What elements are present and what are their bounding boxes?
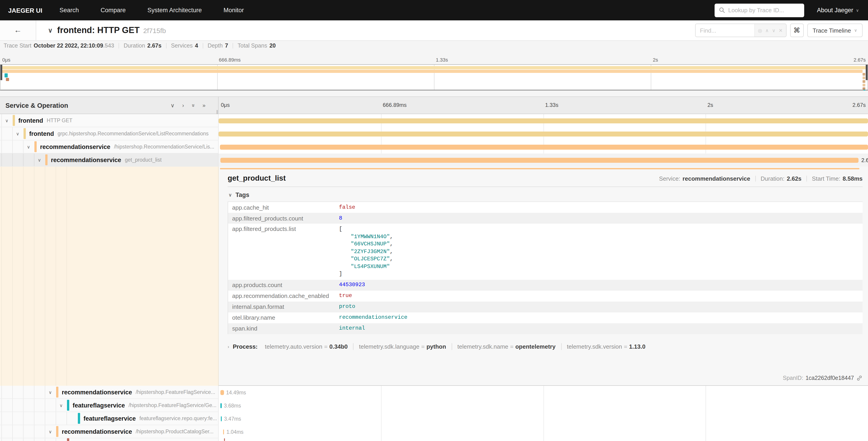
tick-label: 2s <box>708 102 713 108</box>
trace-id-lookup-input[interactable] <box>728 7 800 13</box>
nav-item-system-architecture[interactable]: System Architecture <box>137 7 213 13</box>
span-row: ∨recommendationservice/hipstershop.Produ… <box>0 425 868 438</box>
span-duration-bar[interactable] <box>219 118 868 123</box>
expand-one-icon[interactable]: › <box>182 102 184 109</box>
span-name-cell[interactable]: ∨recommendationservice/hipstershop.Recom… <box>0 140 219 153</box>
tag-row[interactable]: app.products.count44530923 <box>228 280 863 290</box>
span-duration-bar[interactable] <box>221 403 222 408</box>
span-duration-bar[interactable] <box>220 390 224 395</box>
indent-guides <box>0 114 2 127</box>
column-resizer-handle[interactable]: ∥ <box>216 110 218 114</box>
about-jaeger-menu[interactable]: About Jaeger ∨ <box>817 7 863 13</box>
span-id-row: SpanID: 1ca2262df0e18447 <box>228 375 863 381</box>
service-name: recommendationservice <box>62 389 132 395</box>
span-duration-bar[interactable] <box>220 144 868 149</box>
span-chevron-icon[interactable]: ∨ <box>3 118 10 123</box>
back-button[interactable]: ← <box>0 20 36 40</box>
span-duration-label: 3.68ms <box>224 403 241 408</box>
collapse-one-icon[interactable]: ∨ <box>170 102 175 109</box>
trace-id-short: 2f715fb <box>143 27 166 34</box>
service-label: Service: <box>659 175 680 182</box>
chevron-down-icon: ∨ <box>228 193 232 198</box>
collapse-trace-chevron-icon[interactable]: ∨ <box>48 27 53 34</box>
tag-row[interactable]: otel.library.namerecommendationservice <box>228 312 863 323</box>
span-timeline-cell[interactable]: 3.68ms <box>219 399 868 412</box>
span-timeline-cell[interactable]: 14.49ms <box>219 386 868 399</box>
prev-result-icon[interactable]: ∧ <box>765 28 769 33</box>
span-name-cell[interactable]: featureflagservicefeatureflagservice.rep… <box>0 412 219 425</box>
nav-item-compare[interactable]: Compare <box>90 7 137 13</box>
nav-item-search[interactable]: Search <box>49 7 90 13</box>
nav-item-monitor[interactable]: Monitor <box>213 7 255 13</box>
span-chevron-icon[interactable]: ∨ <box>58 403 65 408</box>
span-name-cell[interactable]: ∨recommendationservice/hipstershop.Featu… <box>0 386 219 399</box>
timeline-minimap: 0μs666.89ms1.33s2s2.67s <box>0 51 868 96</box>
span-chevron-icon[interactable]: ∨ <box>25 144 32 149</box>
tag-row[interactable]: app.filtered_products.count8 <box>228 213 863 224</box>
process-tag-value: opentelemetry <box>515 343 556 350</box>
span-row: ∨recommendationservice/hipstershop.Featu… <box>0 386 868 399</box>
span-timeline-cell[interactable] <box>219 140 868 153</box>
app-logo[interactable]: JAEGER UI <box>5 6 49 14</box>
span-timeline-cell[interactable] <box>219 438 868 441</box>
span-chevron-icon[interactable]: ∨ <box>46 429 54 434</box>
tags-section-toggle[interactable]: ∨ Tags <box>228 192 863 198</box>
equals-sign: = <box>324 343 328 350</box>
span-name-cell[interactable]: ∨recommendationservice/hipstershop.Produ… <box>0 425 219 438</box>
clear-find-icon[interactable]: ✕ <box>779 28 783 33</box>
summary-item-value: 7 <box>225 42 228 49</box>
summary-item-value: 20 <box>270 42 276 49</box>
minimap-canvas[interactable] <box>0 64 868 91</box>
operation-name: grpc.hipstershop.RecommendationService/L… <box>58 131 209 136</box>
trace-view-selector[interactable]: Trace Timeline ∨ <box>807 24 863 37</box>
chevron-down-icon: ∨ <box>854 28 857 33</box>
process-row[interactable]: › Process: telemetry.auto.version=0.34b0… <box>228 343 863 350</box>
span-duration-bar[interactable] <box>224 438 225 441</box>
tag-list-string: "OLJCESPC7Z" <box>351 256 390 262</box>
summary-item-label: Services <box>171 42 193 49</box>
minimap-span-bar <box>2 70 862 73</box>
span-timeline-cell[interactable]: 1.04ms <box>219 425 868 438</box>
find-input[interactable] <box>695 24 754 37</box>
tag-list-string: "1YMWWN1N4O" <box>351 233 390 240</box>
span-name-cell[interactable]: ∨frontendgrpc.hipstershop.Recommendation… <box>0 127 219 140</box>
span-timeline-cell[interactable] <box>219 114 868 127</box>
span-duration-bar[interactable] <box>223 429 224 434</box>
trace-id-lookup <box>715 3 804 17</box>
span-name-cell[interactable]: ∨frontendHTTP GET <box>0 114 219 127</box>
keyboard-shortcuts-button[interactable]: ⌘ <box>790 24 804 37</box>
next-result-icon[interactable]: ∨ <box>772 28 775 33</box>
expand-all-icon[interactable]: » <box>203 102 206 109</box>
span-timeline-cell[interactable] <box>219 127 868 140</box>
summary-item: Services4 <box>171 42 198 49</box>
tag-row[interactable]: app.filtered_products.list["1YMWWN1N4O",… <box>228 224 863 280</box>
minimap-right-scrubber[interactable] <box>866 65 868 80</box>
operation-name: /hipstershop.ProductCatalogSer... <box>136 429 214 434</box>
span-rows-top: ∨frontendHTTP GET∨frontendgrpc.hipstersh… <box>0 114 868 167</box>
span-duration-bar[interactable] <box>221 416 222 421</box>
locate-icon[interactable]: ◎ <box>758 28 762 33</box>
span-name-cell[interactable]: ∨featureflagservice/hipstershop.FeatureF… <box>0 399 219 412</box>
span-row: ∨featureflagservice/hipstershop.FeatureF… <box>0 399 868 412</box>
service-name: frontend <box>18 117 43 124</box>
tag-row[interactable]: internal.span.formatproto <box>228 301 863 312</box>
span-duration-bar[interactable] <box>220 157 859 163</box>
span-timeline-cell[interactable]: 2.62s <box>219 153 868 167</box>
tag-row[interactable]: app.cache_hitfalse <box>228 202 863 213</box>
process-tag-value: python <box>427 343 446 350</box>
comma: , <box>390 241 393 247</box>
divider <box>119 43 119 49</box>
span-name-cell[interactable]: ∨recommendationserviceget_product_list <box>0 153 219 167</box>
collapse-all-icon[interactable]: » <box>190 104 196 107</box>
service-operation-header: Service & Operation ∨ › » » ∥ <box>0 97 219 114</box>
deep-link-icon[interactable] <box>856 375 863 381</box>
tag-row[interactable]: span.kindinternal <box>228 323 863 334</box>
span-duration-bar[interactable] <box>219 131 868 136</box>
span-chevron-icon[interactable]: ∨ <box>14 131 21 136</box>
span-name-cell[interactable] <box>0 438 219 441</box>
span-chevron-icon[interactable]: ∨ <box>36 157 43 162</box>
tag-row[interactable]: app.recommendation.cache_enabledtrue <box>228 290 863 301</box>
span-chevron-icon[interactable]: ∨ <box>46 390 54 394</box>
minimap-left-scrubber[interactable] <box>0 65 2 80</box>
span-timeline-cell[interactable]: 3.47ms <box>219 412 868 425</box>
